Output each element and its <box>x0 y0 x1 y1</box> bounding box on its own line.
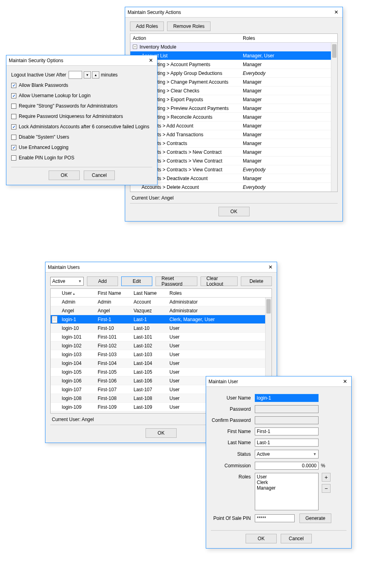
add-button[interactable]: Add <box>87 276 118 286</box>
cell-first: Angel <box>95 308 131 314</box>
cancel-button[interactable]: Cancel <box>281 534 312 543</box>
clear-lockout-button[interactable]: Clear Lockout <box>201 276 238 286</box>
ok-button[interactable]: OK <box>218 207 250 216</box>
ok-button[interactable]: OK <box>146 428 177 438</box>
table-row[interactable]: Accounts > Add TransactionsManager <box>130 130 337 139</box>
close-icon[interactable]: ✕ <box>147 57 155 65</box>
table-row[interactable]: Accounts > Delete AccountEverybody <box>130 183 337 192</box>
table-row[interactable]: Accounts > Contracts > View ContractEver… <box>130 165 337 174</box>
table-row[interactable]: Accounts > Deactivate AccountManager <box>130 174 337 183</box>
table-row[interactable]: Accounting > Clear ChecksManager <box>130 86 337 95</box>
checkbox[interactable]: ✔ <box>11 124 16 129</box>
status-select[interactable]: Active▼ <box>255 450 319 459</box>
ok-button[interactable]: OK <box>49 171 80 180</box>
table-row[interactable]: Account ListManager, User <box>130 51 337 60</box>
table-row[interactable]: Accounts > Contracts > New ContractManag… <box>130 148 337 157</box>
roles-listbox[interactable]: UserClerkManager <box>255 473 319 510</box>
spin-up-icon[interactable]: ▲ <box>92 71 99 78</box>
label-first: First Name <box>211 429 255 434</box>
cell-last: Last-106 <box>131 378 167 384</box>
checkbox[interactable] <box>11 135 16 140</box>
last-name-input[interactable]: Last-1 <box>255 439 319 447</box>
delete-button[interactable]: Delete <box>241 276 272 286</box>
label-status: Status <box>211 451 255 457</box>
scrollbar[interactable] <box>331 43 337 192</box>
group-label: Inventory Module <box>140 44 176 50</box>
table-row[interactable]: login-10First-10Last-10User <box>51 324 272 333</box>
add-roles-button[interactable]: Add Roles <box>130 22 164 31</box>
username-input[interactable]: login-1 <box>255 394 319 402</box>
close-icon[interactable]: ✕ <box>332 8 340 16</box>
table-row[interactable]: login-102First-102Last-102User <box>51 341 272 350</box>
scroll-thumb[interactable] <box>332 44 337 58</box>
table-row[interactable]: AngelAngelVazquezAdministrator <box>51 306 272 315</box>
table-row[interactable]: Accounting > Change Payment AccountsMana… <box>130 78 337 86</box>
close-icon[interactable]: ✕ <box>341 378 349 386</box>
role-item[interactable]: Clerk <box>257 480 317 485</box>
col-roles[interactable]: Roles <box>167 290 272 296</box>
cell-roles: User <box>167 361 272 366</box>
table-row[interactable]: Accounts > ContractsManager <box>130 139 337 148</box>
confirm-password-input[interactable] <box>255 416 319 424</box>
table-row[interactable]: Accounting > Reconcile AccountsManager <box>130 113 337 122</box>
col-roles[interactable]: Roles <box>240 35 337 41</box>
checkbox[interactable] <box>11 114 16 119</box>
edit-button[interactable]: Edit <box>121 276 152 286</box>
table-row[interactable]: Accounts > Contracts > View ContractMana… <box>130 157 337 165</box>
checkbox[interactable]: ✔ <box>11 83 16 88</box>
cell-user: login-102 <box>59 343 95 349</box>
table-row[interactable]: login-104First-104Last-104User <box>51 359 272 368</box>
dialog-title: Maintain Security Options <box>9 58 63 63</box>
cell-user: login-109 <box>59 404 95 410</box>
role-item[interactable]: User <box>257 474 317 480</box>
table-row[interactable]: AdminAdminAccountAdministrator <box>51 298 272 306</box>
table-row[interactable]: Accounting > Export PayoutsManager <box>130 95 337 104</box>
label-password: Password <box>211 406 255 412</box>
col-first[interactable]: First Name <box>95 290 131 296</box>
reset-password-button[interactable]: Reset Password <box>155 276 197 286</box>
table-row[interactable]: login-1First-1Last-1Clerk, Manager, User <box>51 315 272 324</box>
cell-roles: Manager <box>240 149 337 155</box>
status-filter-select[interactable]: Active▼ <box>50 277 84 286</box>
remove-role-button[interactable]: − <box>322 484 331 493</box>
checkbox[interactable]: ✔ <box>11 145 16 150</box>
cell-user: Admin <box>59 299 95 305</box>
logout-minutes-input[interactable] <box>69 71 82 79</box>
row-handle-icon[interactable] <box>52 316 57 323</box>
commission-input[interactable]: 0.0000 <box>255 462 319 470</box>
col-last[interactable]: Last Name <box>131 290 167 296</box>
group-row[interactable]: Inventory Module <box>130 43 337 51</box>
collapse-icon[interactable] <box>133 45 137 49</box>
spin-down-icon[interactable]: ▼ <box>84 71 91 78</box>
table-row[interactable]: Accounting > Preview Account PaymentsMan… <box>130 104 337 113</box>
checkbox[interactable] <box>11 155 16 161</box>
col-user[interactable]: User <box>59 290 95 296</box>
table-row[interactable]: login-103First-103Last-103User <box>51 350 272 359</box>
first-name-input[interactable]: First-1 <box>255 427 319 435</box>
scroll-thumb[interactable] <box>266 299 271 314</box>
checkbox[interactable] <box>11 104 16 109</box>
table-row[interactable]: Accounts > Add AccountManager <box>130 122 337 130</box>
cell-roles: Manager <box>240 123 337 129</box>
titlebar: Maintain Security Actions ✕ <box>125 7 342 18</box>
chevron-down-icon: ▼ <box>313 452 317 456</box>
pin-input[interactable]: ***** <box>255 514 295 522</box>
dialog-title: Maintain User <box>209 379 238 384</box>
table-row[interactable]: Accounting > Apply Group DeductionsEvery… <box>130 69 337 78</box>
ok-button[interactable]: OK <box>246 534 277 543</box>
generate-pin-button[interactable]: Generate <box>299 514 331 523</box>
col-action[interactable]: Action <box>130 35 240 41</box>
close-icon[interactable]: ✕ <box>266 263 274 271</box>
cell-first: First-109 <box>95 404 131 410</box>
add-role-button[interactable]: + <box>322 473 331 482</box>
table-row[interactable]: login-105First-105Last-105User <box>51 368 272 376</box>
role-item[interactable]: Manager <box>257 485 317 491</box>
remove-roles-button[interactable]: Remove Roles <box>167 22 211 31</box>
table-row[interactable]: Accounting > Account PaymentsManager <box>130 60 337 69</box>
option-row: ✔Lock Administators Accounts after 6 con… <box>11 122 152 132</box>
cancel-button[interactable]: Cancel <box>84 171 115 180</box>
table-row[interactable]: login-101First-101Last-101User <box>51 333 272 341</box>
password-input[interactable] <box>255 405 319 413</box>
cell-last: Last-104 <box>131 361 167 366</box>
checkbox[interactable]: ✔ <box>11 93 16 98</box>
